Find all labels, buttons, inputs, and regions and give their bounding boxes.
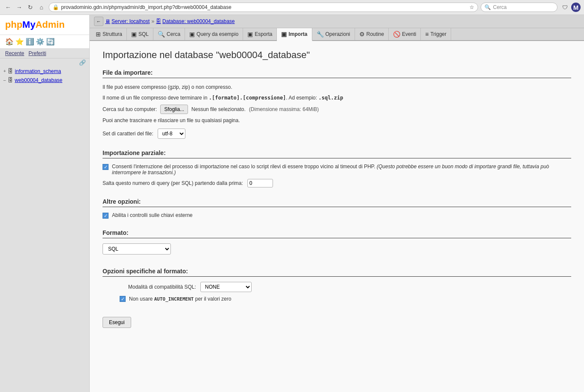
expand-icon: + bbox=[3, 69, 6, 73]
cerca-computer-label: Cerca sul tuo computer: bbox=[103, 106, 157, 112]
auto-inc-checkbox[interactable]: ✓ bbox=[120, 296, 126, 302]
browse-button[interactable]: Sfoglia... bbox=[160, 105, 188, 114]
search-placeholder: Cerca bbox=[493, 4, 507, 10]
sidebar-item-web00004[interactable]: – 🗄 web00004_database bbox=[0, 76, 89, 85]
no-file-text: Nessun file selezionato. bbox=[191, 106, 246, 112]
tab-struttura-label: Struttura bbox=[103, 31, 122, 37]
skip-input[interactable] bbox=[247, 179, 273, 187]
interruzione-main-text: Consenti l'interruzione del processo di … bbox=[112, 164, 375, 170]
breadcrumb-server[interactable]: 🖥 Server: localhost bbox=[105, 18, 150, 24]
reload-button[interactable]: ↻ bbox=[26, 3, 35, 12]
checkmark-icon-3: ✓ bbox=[121, 296, 125, 302]
tab-operazioni[interactable]: 🔧 Operazioni bbox=[312, 28, 355, 40]
sidebar-logo: phpMyAdmin bbox=[0, 15, 89, 35]
operazioni-icon: 🔧 bbox=[317, 31, 324, 38]
checkmark-icon: ✓ bbox=[104, 164, 108, 170]
charset-select[interactable]: utf-8 utf-16 latin1 ascii bbox=[158, 129, 185, 139]
settings-icon[interactable]: ⚙️ bbox=[36, 38, 44, 46]
charset-label: Set di caratteri del file: bbox=[103, 131, 153, 137]
esporta-icon: ▣ bbox=[247, 31, 253, 38]
nav-buttons[interactable]: ← → ↻ ⌂ bbox=[3, 3, 46, 12]
section-file-importare: File da importare: Il file può essere co… bbox=[103, 69, 571, 139]
logo-admin: Admin bbox=[35, 19, 65, 30]
importazione-parziale-title: Importazione parziale: bbox=[103, 149, 571, 158]
interruzione-checkbox[interactable]: ✓ bbox=[103, 164, 109, 170]
sidebar-link-row: 🔗 bbox=[0, 59, 89, 67]
section-importazione-parziale: Importazione parziale: ✓ Consenti l'inte… bbox=[103, 149, 571, 187]
tab-sql-label: SQL bbox=[138, 31, 149, 37]
auto-inc-code: AUTO_INCREMENT bbox=[154, 296, 194, 302]
tab-trigger-label: Trigger bbox=[430, 31, 446, 37]
importazione-parziale-checkbox-row: ✓ Consenti l'interruzione del processo d… bbox=[103, 164, 571, 176]
forward-button[interactable]: → bbox=[15, 3, 24, 12]
db-breadcrumb-icon: 🗄 bbox=[156, 18, 161, 24]
sidebar: phpMyAdmin 🏠 ⭐ ℹ️ ⚙️ 🔄 Recente Preferiti… bbox=[0, 15, 90, 392]
format-select[interactable]: SQL CSV CSV using LOAD DATA JSON Mediawi… bbox=[103, 243, 171, 255]
checkmark-icon-2: ✓ bbox=[104, 213, 108, 219]
db-label-2[interactable]: web00004_database bbox=[15, 77, 62, 83]
tab-struttura[interactable]: ⊞ Struttura bbox=[91, 28, 127, 40]
breadcrumb: ← 🖥 Server: localhost » 🗄 Database: web0… bbox=[90, 15, 584, 28]
interruzione-text: Consenti l'interruzione del processo di … bbox=[112, 164, 571, 176]
info-icon[interactable]: ℹ️ bbox=[26, 38, 34, 46]
browser-chrome: ← → ↻ ⌂ 🔒 provadominio.gdn.in/phpmyadmin… bbox=[0, 0, 584, 15]
file-importare-title: File da importare: bbox=[103, 69, 571, 78]
recente-btn[interactable]: Recente bbox=[5, 50, 24, 56]
preferiti-btn[interactable]: Preferiti bbox=[29, 50, 46, 56]
expand-icon-2: – bbox=[3, 78, 6, 82]
breadcrumb-sep1: » bbox=[151, 18, 154, 24]
db-label[interactable]: information_schema bbox=[15, 68, 61, 74]
db-icon-2: 🗄 bbox=[8, 77, 13, 83]
app-body: phpMyAdmin 🏠 ⭐ ℹ️ ⚙️ 🔄 Recente Preferiti… bbox=[0, 15, 584, 392]
auto-inc-prefix: Non usare bbox=[129, 296, 154, 302]
drag-drop-text: Puoi anche trascinare e rilasciare un fi… bbox=[103, 117, 571, 123]
tab-trigger[interactable]: ≡ Trigger bbox=[421, 28, 451, 40]
compat-row: Modalità di compatibilità SQL: NONE ANSI… bbox=[103, 282, 571, 292]
max-size-text: (Dimensione massima: 64MiB) bbox=[249, 106, 319, 112]
skip-label: Salta questo numero di query (per SQL) p… bbox=[103, 180, 243, 186]
bookmark-icon[interactable]: ☆ bbox=[470, 4, 474, 10]
breadcrumb-server-text: Server: localhost bbox=[112, 18, 150, 24]
tab-eventi[interactable]: 🚫 Eventi bbox=[389, 28, 421, 40]
tab-bar: ⊞ Struttura ▣ SQL 🔍 Cerca ▣ Query da ese… bbox=[90, 28, 584, 41]
compat-select[interactable]: NONE ANSI DB2 MAXDB MYSQL323 MYSQL40 MSS… bbox=[200, 282, 252, 292]
query-icon: ▣ bbox=[189, 31, 195, 38]
tab-importa[interactable]: ▣ Importa bbox=[277, 28, 312, 41]
logo-my: My bbox=[22, 19, 35, 30]
section-opzioni-specifiche: Opzioni specifiche al formato: Modalità … bbox=[103, 268, 571, 302]
line2-suffix: . Ad esempio: bbox=[286, 95, 318, 101]
star-icon[interactable]: ⭐ bbox=[15, 38, 24, 46]
line2-prefix: Il nome di un file compresso deve termin… bbox=[103, 95, 209, 101]
execute-button[interactable]: Esegui bbox=[103, 317, 131, 328]
home-button[interactable]: ⌂ bbox=[37, 3, 46, 12]
back-button[interactable]: ← bbox=[3, 3, 13, 12]
sidebar-item-information-schema[interactable]: + 🗄 information_schema bbox=[0, 67, 89, 76]
tab-esporta-label: Esporta bbox=[255, 31, 272, 37]
tab-eventi-label: Eventi bbox=[402, 31, 416, 37]
tab-esporta[interactable]: ▣ Esporta bbox=[243, 28, 277, 40]
chain-icon: 🔗 bbox=[79, 59, 86, 66]
browser-action-btns: 🛡 M bbox=[560, 3, 581, 12]
back-nav-button[interactable]: ← bbox=[94, 17, 103, 26]
breadcrumb-db[interactable]: 🗄 Database: web00004_database bbox=[156, 18, 235, 24]
security-icon: 🔒 bbox=[53, 4, 59, 10]
importa-icon: ▣ bbox=[281, 31, 287, 38]
db-icon: 🗄 bbox=[8, 68, 13, 74]
refresh-icon[interactable]: 🔄 bbox=[46, 38, 55, 46]
chiavi-esterne-text: Abilita i controlli sulle chiavi esterne bbox=[112, 212, 193, 218]
url-text: provadominio.gdn.in/phpmyadmin/db_import… bbox=[61, 4, 467, 10]
chiavi-esterne-checkbox[interactable]: ✓ bbox=[103, 213, 109, 219]
profile-icon[interactable]: M bbox=[571, 3, 581, 12]
sidebar-icons: 🏠 ⭐ ℹ️ ⚙️ 🔄 bbox=[0, 35, 89, 49]
tab-routine[interactable]: ⚙ Routine bbox=[355, 28, 389, 40]
search-bar[interactable]: 🔍 Cerca bbox=[481, 3, 558, 12]
file-desc-line2: Il nome di un file compresso deve termin… bbox=[103, 94, 571, 102]
tab-query[interactable]: ▣ Query da esempio bbox=[185, 28, 243, 40]
tab-cerca[interactable]: 🔍 Cerca bbox=[153, 28, 185, 40]
home-icon[interactable]: 🏠 bbox=[5, 38, 14, 46]
tab-operazioni-label: Operazioni bbox=[326, 31, 350, 37]
tab-sql[interactable]: ▣ SQL bbox=[127, 28, 153, 40]
auto-inc-suffix: per il valori zero bbox=[194, 296, 231, 302]
shield-icon[interactable]: 🛡 bbox=[560, 3, 569, 12]
address-bar[interactable]: 🔒 provadominio.gdn.in/phpmyadmin/db_impo… bbox=[49, 3, 478, 12]
